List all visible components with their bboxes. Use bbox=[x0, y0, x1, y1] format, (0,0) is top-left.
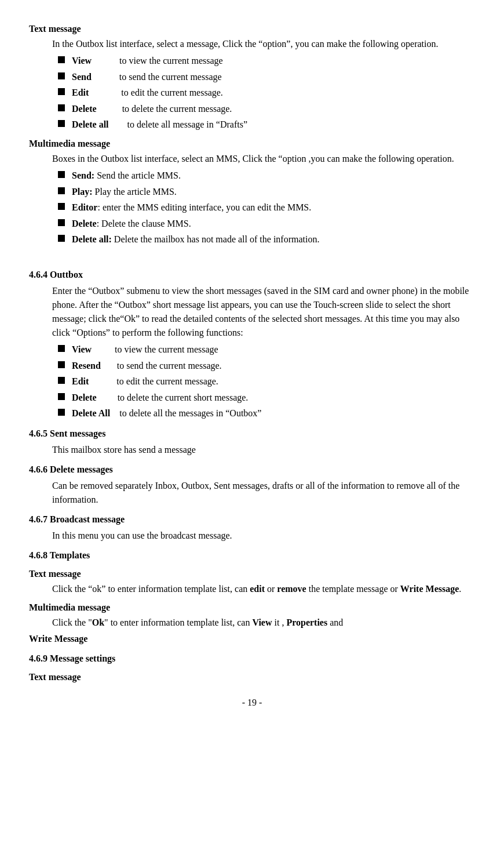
list-item: Delete all: Delete the mailbox has not m… bbox=[58, 232, 475, 247]
bullet-icon bbox=[58, 120, 65, 127]
bullet-icon bbox=[58, 345, 65, 352]
bullet-desc: to delete the current message. bbox=[122, 104, 232, 114]
bullet-desc: : Delete the clause MMS. bbox=[97, 219, 191, 228]
bullet-icon bbox=[58, 72, 65, 79]
list-item: Delete All to delete all the messages in… bbox=[58, 406, 475, 421]
bullet-icon bbox=[58, 219, 65, 226]
section-464-heading: 4.6.4 Outtbox bbox=[29, 268, 475, 282]
list-item: Send to send the current message bbox=[58, 70, 475, 85]
bullet-desc: to view the current message bbox=[119, 56, 223, 66]
write-message-bold-2: Write Message bbox=[29, 632, 475, 646]
bullet-desc: to delete the current short message. bbox=[118, 393, 249, 402]
list-item: Delete all to delete all message in “Dra… bbox=[58, 117, 475, 132]
bullet-label: View bbox=[72, 344, 92, 354]
remove-bold: remove bbox=[277, 584, 306, 594]
bullet-label: View bbox=[72, 56, 92, 66]
bullet-icon bbox=[58, 361, 65, 368]
bullet-label: Edit bbox=[72, 88, 89, 97]
bullet-label: Delete all: bbox=[72, 234, 112, 244]
list-item: Play: Play the article MMS. bbox=[58, 184, 475, 199]
multimedia-message-bullet-list: Send: Send the article MMS. Play: Play t… bbox=[58, 168, 475, 247]
list-item: Delete: Delete the clause MMS. bbox=[58, 216, 475, 231]
section-469-heading: 4.6.9 Message settings bbox=[29, 652, 475, 666]
text-message-heading: Text message bbox=[29, 22, 475, 36]
list-item: Editor: enter the MMS editing interface,… bbox=[58, 200, 475, 215]
text-message-heading-3: Text message bbox=[29, 670, 475, 684]
bullet-desc: to edit the current message. bbox=[116, 376, 218, 386]
list-item: View to view the current message bbox=[58, 53, 475, 68]
bullet-desc: to delete all message in “Drafts” bbox=[127, 119, 247, 129]
bullet-icon bbox=[58, 235, 65, 242]
section-467-heading: 4.6.7 Broadcast message bbox=[29, 513, 475, 526]
multimedia-message-heading-2: Multimedia message bbox=[29, 601, 475, 615]
bullet-label: Delete all bbox=[72, 119, 109, 129]
bullet-icon bbox=[58, 409, 65, 416]
bullet-icon bbox=[58, 203, 65, 210]
list-item: Edit to edit the current message. bbox=[58, 85, 475, 100]
bullet-label: Delete bbox=[72, 104, 97, 114]
text-message-heading-2: Text message bbox=[29, 567, 475, 581]
bullet-icon bbox=[58, 171, 65, 178]
multimedia-message-heading: Multimedia message bbox=[29, 137, 475, 151]
section-464-body: Enter the “Outbox” submenu to view the s… bbox=[52, 284, 475, 340]
multimedia-message-intro: Boxes in the Outbox list interface, sele… bbox=[52, 152, 475, 166]
list-item: Delete to delete the current message. bbox=[58, 101, 475, 117]
bullet-desc: Delete the mailbox has not made all of t… bbox=[114, 234, 320, 244]
list-item: Send: Send the article MMS. bbox=[58, 168, 475, 183]
section-466-heading: 4.6.6 Delete messages bbox=[29, 463, 475, 477]
bullet-icon bbox=[58, 393, 65, 400]
section-465-body: This mailbox store has send a message bbox=[52, 443, 475, 457]
section-464-bullet-list: View to view the current message Resend … bbox=[58, 342, 475, 421]
bullet-label: Play: bbox=[72, 187, 93, 197]
bullet-label: Delete bbox=[72, 219, 97, 228]
bullet-label: Delete bbox=[72, 393, 97, 402]
text-message-intro: In the Outbox list interface, select a m… bbox=[52, 37, 475, 51]
list-item: View to view the current message bbox=[58, 342, 475, 357]
bullet-desc: to send the current message. bbox=[117, 361, 222, 370]
bullet-icon bbox=[58, 88, 65, 95]
view-bold: View bbox=[252, 617, 272, 627]
bullet-icon bbox=[58, 187, 65, 194]
bullet-label: Edit bbox=[72, 376, 89, 386]
list-item: Resend to send the current message. bbox=[58, 358, 475, 373]
section-468-heading: 4.6.8 Templates bbox=[29, 548, 475, 562]
properties-bold: Properties bbox=[286, 617, 327, 627]
bullet-label: Send bbox=[72, 72, 92, 82]
bullet-label: Send: bbox=[72, 170, 94, 180]
page-number: - 19 - bbox=[29, 696, 475, 710]
list-item: Edit to edit the current message. bbox=[58, 374, 475, 389]
bullet-icon bbox=[58, 56, 65, 63]
bullet-label: Editor bbox=[72, 202, 97, 212]
ok-bold: Ok bbox=[92, 617, 104, 627]
write-message-bold: Write Message bbox=[400, 584, 459, 594]
text-message-bullet-list: View to view the current message Send to… bbox=[58, 53, 475, 132]
section-467-body: In this menu you can use the broadcast m… bbox=[52, 529, 475, 543]
section-468-mm-body: Click the "Ok" to enter information temp… bbox=[52, 616, 475, 630]
bullet-desc: to delete all the messages in “Outbox” bbox=[119, 408, 261, 418]
bullet-desc: Send the article MMS. bbox=[97, 170, 181, 180]
bullet-icon bbox=[58, 377, 65, 384]
bullet-desc: to view the current message bbox=[115, 344, 218, 354]
bullet-desc: to send the current message bbox=[119, 72, 222, 82]
bullet-label: Resend bbox=[72, 361, 101, 370]
edit-bold: edit bbox=[250, 584, 265, 594]
bullet-desc: : enter the MMS editing interface, you c… bbox=[97, 202, 311, 212]
bullet-desc: Play the article MMS. bbox=[95, 187, 177, 197]
list-item: Delete to delete the current short messa… bbox=[58, 390, 475, 405]
bullet-desc: to edit the current message. bbox=[121, 88, 223, 97]
bullet-icon bbox=[58, 104, 65, 111]
bullet-label: Delete All bbox=[72, 408, 110, 418]
section-465-heading: 4.6.5 Sent messages bbox=[29, 427, 475, 441]
section-468-text-body: Click the “ok” to enter information temp… bbox=[52, 582, 475, 596]
section-466-body: Can be removed separately Inbox, Outbox,… bbox=[52, 479, 475, 507]
